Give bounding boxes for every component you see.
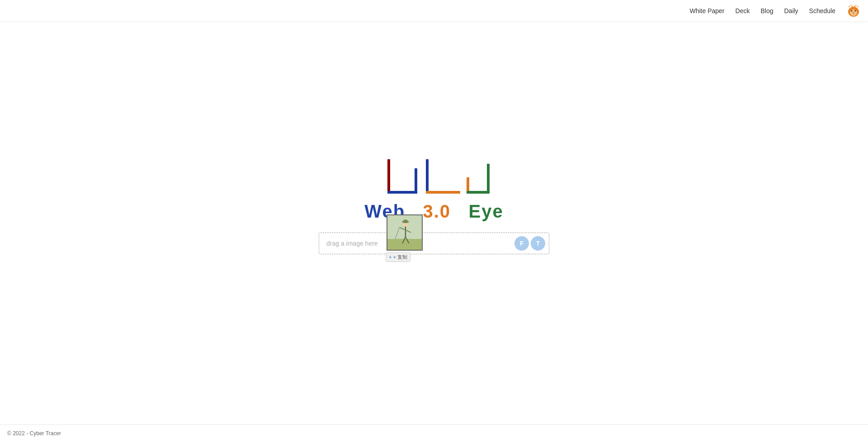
filter-t-button[interactable]: T — [531, 236, 545, 251]
main-nav: White Paper Deck Blog Daily Schedule — [690, 4, 861, 18]
title-dot: . — [434, 201, 440, 221]
svg-rect-19 — [404, 220, 407, 223]
title-eye: Eye — [468, 201, 503, 221]
nav-daily[interactable]: Daily — [784, 7, 798, 14]
nav-blog[interactable]: Blog — [760, 7, 773, 14]
site-header: White Paper Deck Blog Daily Schedule — [0, 0, 868, 22]
title-zero: 0 — [440, 201, 451, 221]
site-title: Web 3.0 Eye — [364, 201, 503, 222]
svg-point-6 — [853, 13, 854, 14]
site-footer: © 2022 - Cyber Tracer — [0, 424, 868, 442]
copyright-text: © 2022 - Cyber Tracer — [7, 430, 61, 437]
copy-tooltip-text: + 复制 — [393, 254, 407, 260]
logo-graphic — [375, 156, 493, 201]
nav-deck[interactable]: Deck — [736, 7, 750, 14]
nav-white-paper[interactable]: White Paper — [690, 7, 725, 14]
svg-point-4 — [851, 10, 853, 12]
drop-zone[interactable]: drag a image here F T — [319, 233, 549, 254]
svg-rect-10 — [387, 239, 422, 250]
search-container: + + 复制 drag a image here F T — [319, 233, 549, 254]
nav-schedule[interactable]: Schedule — [809, 7, 835, 14]
filter-f-button[interactable]: F — [514, 236, 529, 251]
svg-point-5 — [855, 10, 856, 12]
main-content: Web 3.0 Eye — [0, 22, 868, 424]
title-3: 3 — [423, 201, 434, 221]
drag-preview-image — [387, 214, 423, 251]
fox-mascot-icon[interactable] — [846, 4, 861, 18]
